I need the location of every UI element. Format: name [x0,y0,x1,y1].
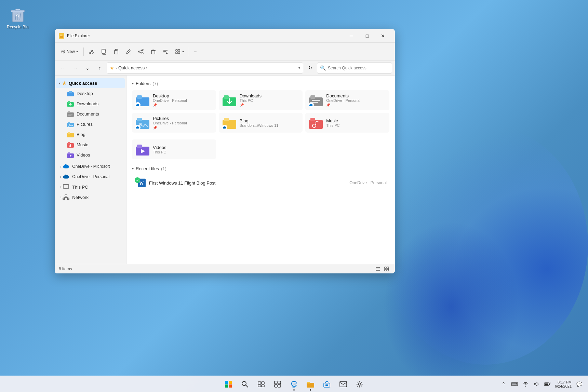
recent-files-header[interactable]: ▾ Recent files (1) [132,166,389,171]
onedrive-personal-icon [63,173,69,180]
folder-item-videos[interactable]: Videos This PC [132,139,216,159]
chevron-right-icon: › [60,185,61,189]
folder-item-music[interactable]: Music This PC [305,113,389,133]
sidebar-item-music[interactable]: Music [56,139,125,150]
list-view-button[interactable] [374,265,382,273]
documents-folder-large-icon [309,93,323,107]
current-time: 8:17 PM [555,380,572,384]
copy-button[interactable] [98,45,110,58]
more-button[interactable]: ··· [191,45,200,58]
address-dropdown-icon: ▾ [298,66,300,70]
share-button[interactable] [135,45,147,58]
sidebar: ▾ ★ Quick access Desktop 📌 Downloads 📌 [55,76,126,264]
search-box[interactable]: 🔍 [317,63,392,73]
folder-item-documents[interactable]: Documents OneDrive - Personal 📌 [305,90,389,110]
svg-rect-63 [312,100,320,101]
battery-icon[interactable]: 1 [543,379,552,389]
window-title: File Explorer [67,33,344,38]
sort-button[interactable] [160,45,171,58]
clock-display[interactable]: 8:17 PM 6/24/2021 [555,380,572,388]
task-view-button[interactable] [254,377,269,392]
forward-button[interactable]: → [70,63,81,73]
sidebar-item-network[interactable]: › Network [56,192,125,202]
widgets-button[interactable] [270,377,285,392]
documents-folder-icon [67,110,74,117]
svg-rect-76 [137,145,142,148]
sidebar-item-downloads[interactable]: Downloads 📌 [56,98,125,109]
widgets-icon [274,380,281,388]
desktop-folder-location: OneDrive - Personal [153,98,187,103]
svg-rect-93 [258,382,261,384]
edge-button[interactable] [286,377,302,392]
new-button[interactable]: ⊕ New ▾ [57,45,81,58]
volume-icon[interactable] [532,379,541,389]
delete-button[interactable] [147,45,159,58]
network-label: Network [72,195,89,200]
folder-item-blog[interactable]: Blog Brandon...\Windows 11 [219,113,303,133]
sidebar-item-this-pc[interactable]: › This PC [56,182,125,192]
wifi-icon[interactable] [521,379,530,389]
svg-rect-50 [65,195,67,196]
recent-file-item[interactable]: ✓ W First Windows 11 Flight Blog Post On… [132,175,389,190]
chevron-up-icon[interactable]: ^ [499,379,508,389]
start-button[interactable] [221,377,236,392]
sidebar-item-onedrive-personal[interactable]: › OneDrive - Personal [56,172,125,182]
onedrive-sync-badge [135,125,141,130]
grid-view-button[interactable] [383,265,391,273]
sidebar-quick-access-header[interactable]: ▾ ★ Quick access [56,78,125,88]
back-button[interactable]: ← [57,63,68,73]
address-bar[interactable]: ★ › Quick access › ▾ [107,63,303,73]
mail-icon [339,381,347,387]
file-explorer-icon [307,381,314,388]
view-button[interactable]: ▾ [172,45,187,58]
folders-section-header[interactable]: ▾ Folders (7) [132,81,389,86]
file-explorer-taskbar-button[interactable] [303,377,318,392]
recycle-bin-icon[interactable]: Recycle Bin [7,7,28,29]
maximize-button[interactable]: □ [359,30,375,41]
sidebar-item-pictures[interactable]: Pictures 📌 [56,119,125,129]
sidebar-item-videos[interactable]: Videos [56,150,125,160]
system-tray: ^ ⌨ 1 [499,379,552,389]
folder-item-pictures[interactable]: Pictures OneDrive - Personal 📌 [132,113,216,133]
svg-rect-85 [385,269,386,271]
close-button[interactable]: ✕ [375,30,391,41]
music-label: Music [77,142,88,147]
blog-folder-info: Blog Brandon...\Windows 11 [240,118,279,127]
more-label: ··· [194,49,197,54]
sidebar-item-onedrive-microsoft[interactable]: › OneDrive - Microsoft [56,161,125,172]
search-button[interactable] [237,377,252,392]
refresh-button[interactable]: ↻ [305,63,316,73]
folders-chevron-icon: ▾ [132,82,134,85]
pictures-folder-large-icon [136,116,149,130]
address-separator-2: › [146,66,147,70]
svg-rect-99 [275,384,277,387]
paste-button[interactable] [110,45,122,58]
up-button[interactable]: ↑ [94,63,105,73]
svg-point-7 [93,53,94,54]
view-toggle-buttons [374,265,391,273]
svg-rect-35 [68,111,70,113]
store-button[interactable] [319,377,334,392]
folder-item-desktop[interactable]: Desktop OneDrive - Personal 📌 [132,90,216,110]
blog-folder-name: Blog [240,118,279,123]
folder-item-downloads[interactable]: Downloads This PC 📌 [219,90,303,110]
downloads-label: Downloads [77,101,98,106]
notification-icon[interactable]: 💬 [574,379,584,389]
sidebar-item-blog[interactable]: Blog [56,129,125,139]
svg-rect-58 [137,95,142,99]
search-input[interactable] [328,66,389,70]
rename-button[interactable] [123,45,134,58]
minimize-button[interactable]: ─ [344,30,359,41]
recent-locations-button[interactable]: ⌄ [82,63,93,73]
toolbar-separator-1 [83,48,84,56]
sidebar-item-desktop[interactable]: Desktop 📌 [56,88,125,98]
settings-button[interactable] [352,377,367,392]
onedrive-sync-badge [222,125,227,130]
cut-button[interactable] [86,45,97,58]
sidebar-item-documents[interactable]: Documents 📌 [56,109,125,119]
svg-rect-10 [102,49,105,53]
svg-rect-97 [275,381,277,384]
documents-label: Documents [77,111,99,117]
mail-button[interactable] [336,377,351,392]
keyboard-icon[interactable]: ⌨ [510,379,519,389]
